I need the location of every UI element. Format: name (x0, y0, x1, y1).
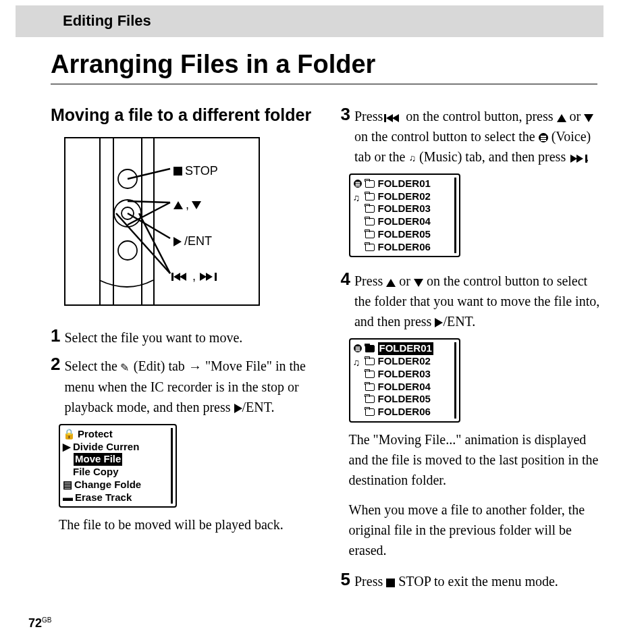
folder-icon (365, 193, 375, 200)
section-header: Editing Files (16, 5, 603, 37)
forward-icon (198, 273, 215, 281)
play-icon (234, 404, 242, 413)
step-text: Press STOP to exit the menu mode. (354, 570, 603, 591)
folder-icon (365, 244, 375, 251)
step-number: 1 (51, 326, 60, 346)
forward-icon (569, 155, 585, 163)
left-column: Moving a file to a different folder (51, 105, 314, 598)
play-icon (173, 237, 182, 246)
right-column: 3 Press on the control button, press or … (341, 105, 604, 598)
label-updown-text: , (186, 196, 189, 213)
step-4-p2: When you move a file to another folder, … (349, 500, 604, 560)
arrow-right-icon: → (188, 356, 202, 377)
svg-point-3 (118, 241, 137, 260)
folder-row-selected: FOLDER01 (365, 342, 452, 355)
step-text: Press or on the control button to select… (354, 269, 603, 331)
folder-row: FOLDER04 (365, 381, 452, 394)
folder-icon (365, 345, 375, 352)
menu-row: ▶Divide Curren (63, 441, 169, 454)
folder-row: FOLDER06 (365, 406, 452, 419)
folder-row: FOLDER05 (365, 228, 452, 241)
up-icon (557, 114, 566, 122)
label-stop: STOP (173, 163, 218, 180)
svg-line-5 (128, 201, 170, 203)
section-title: Editing Files (63, 12, 151, 29)
label-ent: /ENT (173, 233, 212, 250)
music-tab-icon: ♫ (353, 192, 360, 205)
menu-row: ▬Erase Track (63, 491, 169, 504)
diagram-svg (65, 138, 260, 306)
svg-line-4 (128, 169, 170, 179)
step-4: 4 Press or on the control button to sele… (341, 269, 604, 331)
label-rewff-text: , (192, 268, 196, 285)
folder-row: FOLDER01 (365, 178, 452, 190)
step-5: 5 Press STOP to exit the menu mode. (341, 570, 604, 591)
menu-row-selected: ✎Move File (63, 453, 169, 466)
page-footer: 72GB (28, 615, 51, 632)
folder-icon (365, 408, 375, 416)
folder-icon (365, 205, 375, 213)
folder-icon (365, 180, 375, 188)
step-3: 3 Press on the control button, press or … (341, 105, 604, 167)
rewind-icon (386, 114, 402, 122)
label-rewff: , (173, 268, 215, 285)
step-4-p1: The "Moving File..." animation is displa… (349, 429, 604, 490)
step-text: Select the file you want to move. (64, 326, 313, 348)
down-icon (192, 201, 201, 209)
up-icon (386, 279, 396, 287)
step-number: 5 (341, 570, 350, 589)
folder-row: FOLDER04 (365, 215, 452, 228)
lcd-folders: ♫ FOLDER01 FOLDER02 FOLDER03 FOLDER04 FO… (349, 173, 460, 258)
step-number: 3 (341, 105, 350, 124)
voice-tab-icon (354, 180, 362, 188)
music-tab-icon: ♫ (409, 153, 417, 163)
rewind-icon (173, 273, 190, 281)
label-updown: , (173, 196, 201, 213)
menu-row: 🔒Protect (63, 428, 169, 441)
play-icon (435, 318, 443, 327)
folder-row: FOLDER03 (365, 368, 452, 381)
folder-icon (365, 218, 375, 225)
folder-icon (365, 383, 375, 391)
folder-icon (365, 231, 375, 238)
folder-row: FOLDER05 (365, 393, 452, 406)
music-tab-icon: ♫ (353, 357, 360, 369)
page-number: 72 (28, 616, 42, 630)
label-stop-text: STOP (185, 163, 218, 180)
step-text: Press on the control button, press or on… (354, 105, 603, 167)
stop-icon (386, 579, 395, 587)
folder-icon (365, 396, 375, 403)
step-text: Select the (Edit) tab → "Move File" in t… (64, 354, 313, 417)
folder-row: FOLDER03 (365, 203, 452, 215)
step-2-caption: The file to be moved will be played back… (59, 514, 314, 535)
step-1: 1 Select the file you want to move. (51, 326, 314, 348)
lcd-folders-selected: ♫ FOLDER01 FOLDER02 FOLDER03 FOLDER04 FO… (349, 338, 460, 423)
label-ent-text: /ENT (184, 233, 212, 250)
edit-icon (121, 363, 130, 372)
voice-tab-icon (539, 133, 548, 142)
lcd-menu: 🔒Protect ▶Divide Curren ✎Move File ▶File… (59, 424, 177, 508)
folder-row: FOLDER02 (365, 190, 452, 203)
content-columns: Moving a file to a different folder (0, 105, 644, 598)
region-code: GB (42, 616, 51, 624)
subheading: Moving a file to a different folder (51, 105, 314, 125)
device-diagram: STOP , /ENT , (64, 137, 260, 306)
step-number: 4 (341, 269, 350, 289)
stop-icon (173, 167, 182, 176)
folder-icon (365, 371, 375, 378)
menu-row: ▶File Copy (63, 466, 169, 479)
step-number: 2 (51, 354, 60, 374)
down-icon (584, 114, 593, 122)
step-2: 2 Select the (Edit) tab → "Move File" in… (51, 354, 314, 417)
menu-row: ▤Change Folde (63, 479, 169, 491)
down-icon (414, 279, 423, 287)
folder-icon (365, 358, 375, 365)
folder-row: FOLDER06 (365, 241, 452, 254)
page-title: Arranging Files in a Folder (51, 47, 597, 84)
folder-row: FOLDER02 (365, 355, 452, 368)
voice-tab-icon (354, 345, 362, 353)
up-icon (173, 201, 183, 209)
